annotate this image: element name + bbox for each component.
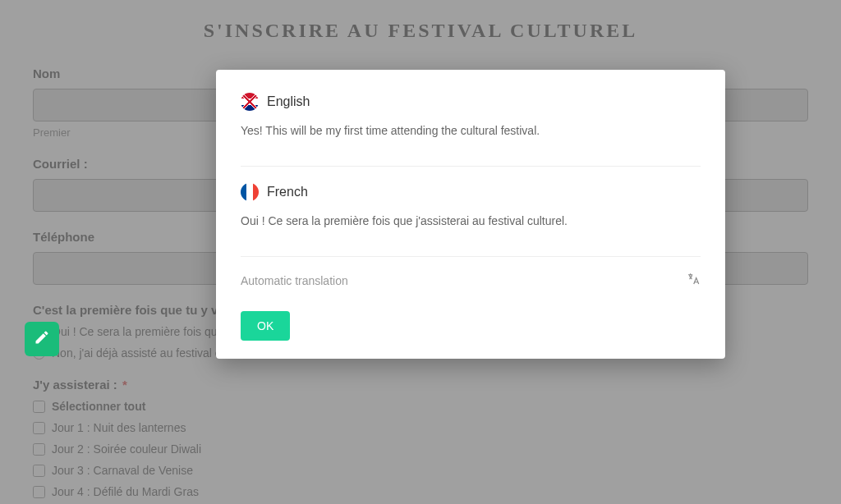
edit-translation-button[interactable] [25,322,59,356]
attend-day-4-label: Jour 4 : Défilé du Mardi Gras [52,485,199,498]
english-lang-label: English [267,94,310,109]
attend-select-all[interactable]: Sélectionner tout [33,400,808,413]
first-time-label-text: C'est la première fois que tu y vas ? [33,303,242,317]
english-text: Yes! This will be my first time attendin… [241,122,701,140]
attend-select-all-label: Sélectionner tout [52,400,145,413]
uk-flag-icon [241,93,259,111]
translate-icon[interactable] [686,272,701,290]
attend-day-3-label: Jour 3 : Carnaval de Venise [52,464,193,477]
attend-block: J'y assisterai : * Sélectionner tout Jou… [33,378,808,498]
france-flag-icon [241,183,259,201]
attend-day-2-label: Jour 2 : Soirée couleur Diwali [52,442,201,456]
french-heading: French [241,183,701,201]
attend-day-1[interactable]: Jour 1 : Nuit des lanternes [33,421,808,434]
attend-day-3-checkbox[interactable] [33,465,45,477]
french-lang-label: French [267,185,308,199]
english-heading: English [241,93,701,111]
attend-select-all-checkbox[interactable] [33,401,45,413]
ok-button[interactable]: OK [241,311,290,341]
french-text: Oui ! Ce sera la première fois que j'ass… [241,213,701,230]
attend-day-2-checkbox[interactable] [33,443,45,456]
attend-day-3[interactable]: Jour 3 : Carnaval de Venise [33,464,808,477]
translation-modal: English Yes! This will be my first time … [216,70,725,359]
attend-day-2[interactable]: Jour 2 : Soirée couleur Diwali [33,442,808,456]
attend-required: * [122,378,127,392]
pencil-icon [34,329,50,349]
automatic-translation-label: Automatic translation [241,274,348,287]
attend-day-4[interactable]: Jour 4 : Défilé du Mardi Gras [33,485,808,498]
attend-day-1-label: Jour 1 : Nuit des lanternes [52,421,186,434]
attend-day-4-checkbox[interactable] [33,486,45,498]
attend-label: J'y assisterai : * [33,378,808,392]
french-block: French Oui ! Ce sera la première fois qu… [241,166,701,243]
attend-day-1-checkbox[interactable] [33,422,45,434]
page-title: S'INSCRIRE AU FESTIVAL CULTUREL [33,0,808,66]
english-block: English Yes! This will be my first time … [241,93,701,153]
attend-label-text: J'y assisterai : [33,378,117,392]
automatic-translation-row: Automatic translation [241,256,701,290]
